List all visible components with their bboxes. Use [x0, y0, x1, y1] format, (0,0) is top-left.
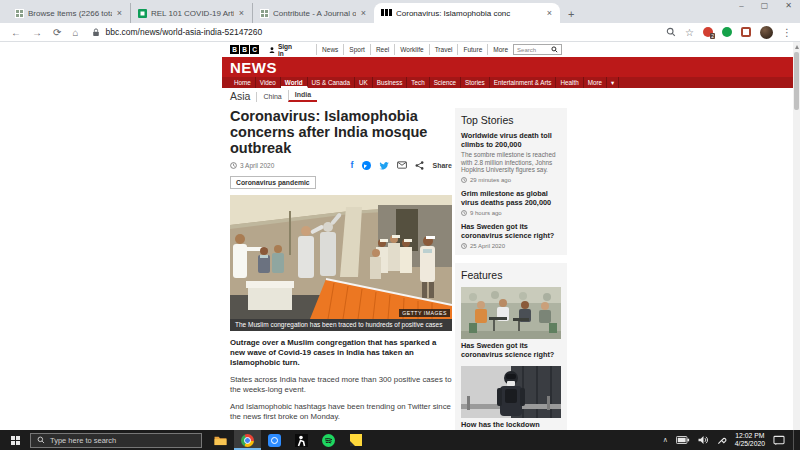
url-text: bbc.com/news/world-asia-india-52147260	[105, 27, 262, 37]
chevron-down-icon: ▾	[607, 77, 619, 88]
story-time: 25 April 2020	[470, 243, 505, 249]
forward-icon[interactable]: →	[32, 27, 42, 38]
taskbar-clock[interactable]: 12:02 PM 4/25/2020	[735, 432, 765, 448]
search-icon[interactable]	[666, 27, 676, 37]
topic-tag[interactable]: Coronavirus pandemic	[230, 176, 316, 189]
maximize-button[interactable]: ▢	[761, 1, 769, 10]
browser-tab[interactable]: Contribute - A Journal of the Plag ×	[252, 3, 374, 23]
nav-item[interactable]: US & Canada	[308, 77, 356, 88]
email-icon[interactable]	[397, 161, 407, 169]
taskbar-search-input[interactable]: Type here to search	[30, 433, 202, 448]
article-paragraph: And Islamophobic hashtags have been tren…	[230, 402, 452, 422]
messenger-icon[interactable]	[362, 161, 371, 170]
headset-jack-icon[interactable]	[717, 435, 727, 445]
nav-item[interactable]: UK	[355, 77, 373, 88]
nav-item[interactable]: Future	[457, 44, 487, 55]
tab-title: REL 101 COVID-19 Articles - Goo	[151, 9, 234, 18]
nav-item[interactable]: Entertainment & Arts	[490, 77, 557, 88]
tab-close-icon[interactable]: ×	[116, 8, 123, 18]
action-center-icon[interactable]	[773, 435, 785, 446]
feature-title[interactable]: Has Sweden got its coronavirus science r…	[461, 342, 561, 359]
nav-item[interactable]: Sport	[343, 44, 370, 55]
tab-close-icon[interactable]: ×	[546, 8, 553, 18]
nav-item[interactable]: Stories	[461, 77, 490, 88]
scrollbar-thumb[interactable]	[794, 52, 799, 110]
chrome-button[interactable]	[234, 430, 261, 450]
green-extension-icon[interactable]	[722, 27, 732, 37]
tab-title: Contribute - A Journal of the Plag	[273, 9, 356, 18]
archive-favicon	[260, 9, 269, 18]
file-explorer-button[interactable]	[207, 430, 234, 450]
story-title[interactable]: Grim milestone as global virus deaths pa…	[461, 190, 561, 207]
story-title[interactable]: Worldwide virus death toll climbs to 200…	[461, 132, 561, 149]
clock-time: 12:02 PM	[735, 432, 765, 440]
bbc-logo[interactable]: BBC	[230, 45, 259, 54]
story-summary: The sombre milestone is reached with 2.8…	[461, 151, 561, 174]
url-field[interactable]: bbc.com/news/world-asia-india-52147260	[92, 27, 666, 37]
story-time: 29 minutes ago	[470, 177, 511, 183]
show-desktop-button[interactable]	[793, 430, 797, 450]
nav-item[interactable]: Travel	[429, 44, 458, 55]
feature-title[interactable]: How has the lockdown affected US crime?	[461, 421, 561, 430]
page-scrollbar[interactable]	[793, 42, 800, 430]
breadcrumb-item-selected[interactable]: India	[288, 90, 317, 102]
media-app-button[interactable]	[288, 430, 315, 450]
spotify-button[interactable]	[315, 430, 342, 450]
facebook-icon[interactable]: f	[351, 160, 354, 170]
battery-icon[interactable]	[676, 435, 690, 445]
twitter-icon[interactable]	[379, 161, 389, 170]
speaker-icon[interactable]	[698, 435, 709, 445]
breadcrumb-item[interactable]: China	[256, 92, 287, 102]
article-hero-image: GETTY IMAGES	[230, 195, 452, 319]
browser-tab[interactable]: Browse Items (2266 total) - A Jou ×	[8, 3, 130, 23]
nav-item[interactable]: Health	[556, 77, 583, 88]
nav-item[interactable]: More	[487, 44, 513, 55]
nav-item[interactable]: Worklife	[394, 44, 428, 55]
home-icon[interactable]: ⌂	[72, 27, 78, 38]
minimize-button[interactable]: –	[739, 1, 743, 10]
sheets-favicon	[138, 9, 147, 18]
start-button[interactable]	[0, 430, 30, 450]
nav-item[interactable]: Reel	[370, 44, 394, 55]
zoom-app-button[interactable]	[261, 430, 288, 450]
clock-icon	[461, 243, 467, 249]
bbc-search-input[interactable]: Search	[513, 44, 562, 55]
nav-item[interactable]: Business	[373, 77, 408, 88]
nav-item[interactable]: Science	[430, 77, 461, 88]
reload-icon[interactable]: ⟳	[53, 27, 61, 38]
chevron-up-icon[interactable]: ∧	[663, 436, 668, 444]
nav-item-more[interactable]: More	[584, 77, 607, 88]
nav-item[interactable]: News	[316, 44, 343, 55]
clock-icon	[461, 210, 467, 216]
news-logo[interactable]: NEWS	[230, 59, 277, 76]
feature-image-cafe[interactable]	[461, 287, 561, 339]
mosque-crowd-photo	[230, 195, 452, 319]
bookmark-star-icon[interactable]: ☆	[685, 27, 694, 38]
adblock-extension-icon[interactable]: 2	[703, 27, 713, 37]
red-extension-icon[interactable]	[741, 27, 751, 37]
new-tab-button[interactable]: +	[568, 8, 574, 20]
browser-menu-icon[interactable]: ⋮	[782, 27, 792, 38]
feature-image-police[interactable]	[461, 366, 561, 418]
sticky-notes-button[interactable]	[342, 430, 369, 450]
breadcrumb-section[interactable]: Asia	[230, 90, 256, 102]
nav-item[interactable]: Video	[256, 77, 281, 88]
browser-tab-active[interactable]: Coronavirus: Islamophobia conc ×	[374, 3, 560, 23]
scrollbar-up-icon[interactable]	[795, 45, 799, 49]
address-bar: ← → ⟳ ⌂ bbc.com/news/world-asia-india-52…	[0, 23, 800, 42]
nav-item-selected[interactable]: World	[281, 77, 308, 88]
share-label[interactable]: Share	[433, 162, 452, 169]
back-icon[interactable]: ←	[11, 27, 21, 38]
sign-in-button[interactable]: Sign in	[269, 43, 294, 57]
tab-close-icon[interactable]: ×	[360, 8, 367, 18]
share-nodes-icon[interactable]	[415, 161, 424, 170]
nav-item[interactable]: Home	[230, 77, 256, 88]
feature-item: Has Sweden got its coronavirus science r…	[461, 287, 561, 359]
avatar[interactable]	[760, 26, 773, 39]
story-title[interactable]: Has Sweden got its coronavirus science r…	[461, 223, 561, 240]
nav-item[interactable]: Tech	[407, 77, 429, 88]
bbc-favicon	[381, 9, 392, 18]
tab-close-icon[interactable]: ×	[238, 8, 245, 18]
close-button[interactable]: ✕	[785, 1, 792, 10]
browser-tab[interactable]: REL 101 COVID-19 Articles - Goo ×	[130, 3, 252, 23]
